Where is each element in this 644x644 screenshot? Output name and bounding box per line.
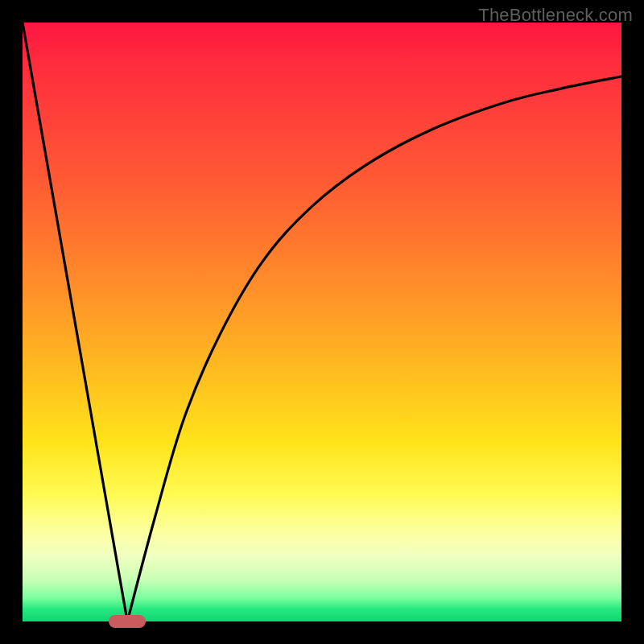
left-branch-line bbox=[23, 23, 127, 621]
chart-frame: TheBottleneck.com bbox=[0, 0, 644, 644]
right-branch-line bbox=[127, 76, 621, 621]
optimal-marker bbox=[109, 615, 146, 628]
plot-area bbox=[23, 23, 621, 621]
chart-curves bbox=[23, 23, 621, 621]
